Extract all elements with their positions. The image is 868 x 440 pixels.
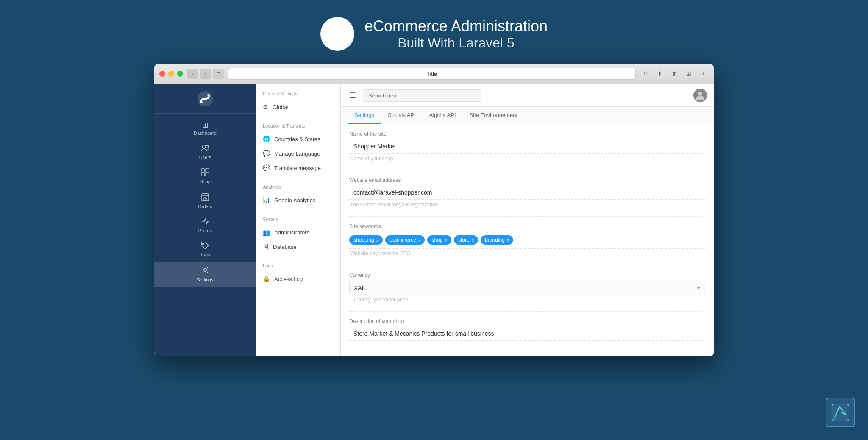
submenu-item-translate[interactable]: 💬 Translate message <box>256 161 340 175</box>
submenu-item-database[interactable]: 🗄 Database <box>256 239 340 254</box>
submenu-item-google-analytics[interactable]: 📊 Google Analytics <box>256 193 340 207</box>
tab-algolia-api[interactable]: Algolia API <box>423 107 463 124</box>
tag-remove-store[interactable]: x <box>472 237 474 242</box>
site-name-value: Shopper Market <box>349 139 705 154</box>
hamburger-icon: ☰ <box>349 91 356 100</box>
close-button[interactable] <box>159 71 165 77</box>
sidebar-item-label-shop: Shop <box>200 179 211 184</box>
tag-remove-ecommerce[interactable]: x <box>418 237 421 242</box>
app-layout: ⊞ Dashboard Users <box>154 84 714 356</box>
submenu-item-manage-language[interactable]: 💬 Manage Language <box>256 146 340 161</box>
download-button[interactable]: ⬇ <box>654 69 665 79</box>
sidebar-item-settings[interactable]: Settings <box>154 262 256 287</box>
sidebar-item-orders[interactable]: Orders <box>154 188 256 213</box>
tag-remove-shop[interactable]: x <box>445 237 447 242</box>
submenu-section-title-location: Location & Translate <box>256 122 340 132</box>
tag-label-store: store <box>458 237 470 243</box>
submenu-item-label-database: Database <box>273 244 297 250</box>
site-name-hint: Name of your shop <box>349 156 705 162</box>
tag-remove-shopping[interactable]: x <box>376 237 379 242</box>
submenu-section-system: System 👥 Administrators 🗄 Database <box>256 210 340 256</box>
database-icon: 🗄 <box>263 243 269 250</box>
sidebar: ⊞ Dashboard Users <box>154 84 256 356</box>
users-icon <box>201 144 209 153</box>
submenu-item-access-log[interactable]: 🔒 Access Log <box>256 272 340 286</box>
app-logo <box>320 17 354 51</box>
browser-actions: ↻ ⬇ ⬆ ⊞ + <box>640 69 709 79</box>
menu-toggle-button[interactable]: ☰ <box>348 89 358 102</box>
share-button[interactable]: ⬆ <box>669 69 680 79</box>
keywords-hint: Website keywords for SEO <box>349 251 705 256</box>
translate-icon: 💬 <box>263 164 270 171</box>
field-divider-4 <box>349 311 705 312</box>
sidebar-item-tags[interactable]: Tags <box>154 237 256 262</box>
submenu-item-label-global: Global <box>273 104 289 110</box>
sidebar-item-shop[interactable]: Shop <box>154 164 256 188</box>
user-avatar[interactable] <box>693 89 707 102</box>
sidebar-item-label-tags: Tags <box>200 252 210 257</box>
svg-rect-5 <box>206 173 209 176</box>
globe-icon: 🌐 <box>263 136 270 142</box>
duplicate-button[interactable]: ⊞ <box>683 69 694 79</box>
topbar-right <box>693 89 707 102</box>
sidebar-item-label-orders: Orders <box>198 204 212 209</box>
orders-icon <box>201 192 209 202</box>
svg-rect-3 <box>206 169 209 172</box>
analytics-icon: 📊 <box>263 197 270 203</box>
forward-button[interactable]: › <box>200 69 211 79</box>
back-button[interactable]: ‹ <box>187 69 198 79</box>
app-title: eCommerce Administration <box>364 17 548 35</box>
sidebar-item-promo[interactable]: Promo <box>154 213 256 237</box>
sidebar-item-label-users: Users <box>199 155 211 160</box>
page-title: Title <box>427 71 437 77</box>
app-header: eCommerce Administration Built With Lara… <box>320 0 548 64</box>
browser-nav: ‹ › ⊟ <box>187 69 224 79</box>
search-input[interactable] <box>363 89 481 102</box>
tab-socials-api[interactable]: Socials API <box>381 107 423 124</box>
svg-point-9 <box>204 269 206 271</box>
submenu-section-logs: Logs 🔒 Access Log <box>256 256 340 289</box>
tag-shopping: shopping x <box>349 235 383 245</box>
submenu-item-label-translate: Translate message <box>274 165 321 171</box>
minimize-button[interactable] <box>168 71 174 77</box>
email-label: Website email address <box>349 177 705 183</box>
svg-rect-4 <box>201 173 205 176</box>
reload-button[interactable]: ↻ <box>640 69 651 79</box>
dashboard-icon: ⊞ <box>202 121 209 129</box>
tag-label-ecommerce: ecommerce <box>389 237 416 243</box>
sidebar-nav: ⊞ Dashboard Users <box>154 114 256 290</box>
submenu-section-title-general: General Settings <box>256 89 340 100</box>
svg-point-1 <box>206 145 209 148</box>
svg-point-8 <box>203 243 204 245</box>
browser-window: ‹ › ⊟ Title ↻ ⬇ ⬆ ⊞ + <box>154 64 714 356</box>
site-name-label: Name of the site <box>349 131 705 137</box>
currency-select[interactable]: XAF <box>349 281 705 295</box>
tag-remove-branding[interactable]: x <box>507 237 509 242</box>
url-bar[interactable]: Title <box>228 68 636 80</box>
sidebar-item-users[interactable]: Users <box>154 140 256 164</box>
submenu-item-administrators[interactable]: 👥 Administrators <box>256 225 340 239</box>
tag-label-shopping: shopping <box>353 237 374 243</box>
currency-label: Currency <box>349 272 705 278</box>
administrators-icon: 👥 <box>263 229 270 236</box>
brand-logo-icon <box>198 91 213 106</box>
submenu-item-countries[interactable]: 🌐 Countries & States <box>256 132 340 146</box>
email-hint: The contact email for your organization <box>349 202 705 208</box>
sidebar-toggle-button[interactable]: ⊟ <box>213 69 224 79</box>
tab-settings[interactable]: Settings <box>348 107 381 124</box>
settings-icon <box>201 266 209 276</box>
sidebar-item-dashboard[interactable]: ⊞ Dashboard <box>154 117 256 140</box>
field-divider-2 <box>349 216 705 217</box>
submenu-item-global[interactable]: ⚙ Global <box>256 100 340 114</box>
add-tab-button[interactable]: + <box>698 69 709 79</box>
tags-container: shopping x ecommerce x shop x store <box>349 232 705 249</box>
svg-point-0 <box>202 145 206 148</box>
tab-site-environment[interactable]: Site Environnement <box>463 107 524 124</box>
settings-tabs: Settings Socials API Algolia API Site En… <box>341 107 714 124</box>
submenu-item-label-countries: Countries & States <box>274 136 320 142</box>
fullscreen-button[interactable] <box>177 71 183 77</box>
tag-label-branding: branding <box>485 237 505 243</box>
sidebar-item-label-dashboard: Dashboard <box>194 131 217 136</box>
email-field: Website email address contact@laravel-sh… <box>349 177 705 208</box>
shop-icon <box>201 168 209 177</box>
